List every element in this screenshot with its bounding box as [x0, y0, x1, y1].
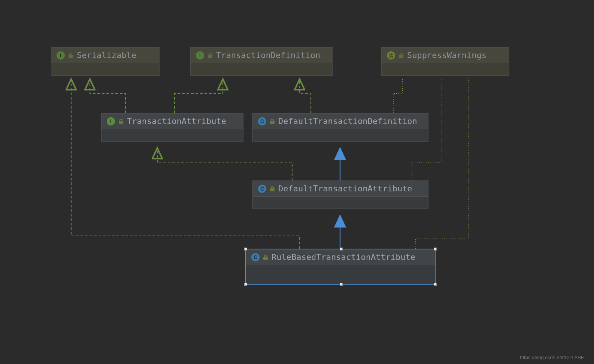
node-rule-based-transaction-attribute[interactable]: C RuleBasedTransactionAttribute: [245, 249, 436, 285]
node-body: [191, 63, 332, 75]
class-icon: C: [258, 117, 266, 125]
node-default-transaction-definition[interactable]: C DefaultTransactionDefinition: [252, 113, 428, 142]
resize-handle-sw[interactable]: [244, 283, 247, 286]
lock-icon: [270, 119, 275, 124]
node-header: I TransactionDefinition: [191, 48, 332, 63]
node-body: [101, 129, 243, 141]
lock-icon: [119, 119, 123, 124]
resize-handle-s[interactable]: [340, 283, 343, 286]
node-default-transaction-attribute[interactable]: C DefaultTransactionAttribute: [252, 181, 428, 209]
node-header: C RuleBasedTransactionAttribute: [246, 249, 435, 265]
class-name: DefaultTransactionAttribute: [278, 184, 412, 193]
lock-icon: [270, 186, 275, 191]
class-name: RuleBasedTransactionAttribute: [272, 252, 415, 262]
class-name: SuppressWarnings: [407, 51, 487, 60]
diagram-canvas[interactable]: I Serializable I TransactionDefinition @…: [0, 0, 594, 364]
class-icon: C: [251, 253, 260, 261]
resize-handle-nw[interactable]: [244, 248, 247, 251]
node-body: [253, 129, 428, 141]
class-name: DefaultTransactionDefinition: [278, 116, 417, 126]
node-header: C DefaultTransactionDefinition: [253, 113, 428, 129]
node-transaction-definition[interactable]: I TransactionDefinition: [190, 47, 333, 76]
class-icon: C: [258, 185, 266, 193]
node-suppress-warnings[interactable]: @ SuppressWarnings: [381, 47, 509, 76]
node-transaction-attribute[interactable]: I TransactionAttribute: [101, 113, 243, 142]
node-header: @ SuppressWarnings: [382, 48, 509, 63]
node-header: I Serializable: [51, 48, 159, 63]
node-serializable[interactable]: I Serializable: [51, 47, 160, 76]
watermark: https://blog.csdn.net/CPLASF_: [520, 355, 587, 360]
lock-icon: [69, 53, 73, 58]
node-body: [253, 197, 428, 209]
annotation-icon: @: [387, 51, 395, 60]
interface-icon: I: [196, 51, 204, 60]
class-name: TransactionAttribute: [127, 116, 226, 126]
lock-icon: [263, 255, 268, 260]
interface-icon: I: [107, 117, 115, 125]
node-body: [246, 265, 435, 284]
class-name: TransactionDefinition: [216, 51, 320, 60]
resize-handle-n[interactable]: [340, 248, 343, 251]
resize-handle-ne[interactable]: [434, 248, 437, 251]
lock-icon: [399, 53, 403, 58]
node-header: C DefaultTransactionAttribute: [253, 181, 428, 197]
node-body: [51, 63, 159, 75]
resize-handle-se[interactable]: [434, 283, 437, 286]
lock-icon: [208, 53, 212, 58]
class-name: Serializable: [77, 51, 136, 60]
interface-icon: I: [57, 51, 65, 60]
node-header: I TransactionAttribute: [101, 113, 243, 129]
node-body: [382, 63, 509, 75]
